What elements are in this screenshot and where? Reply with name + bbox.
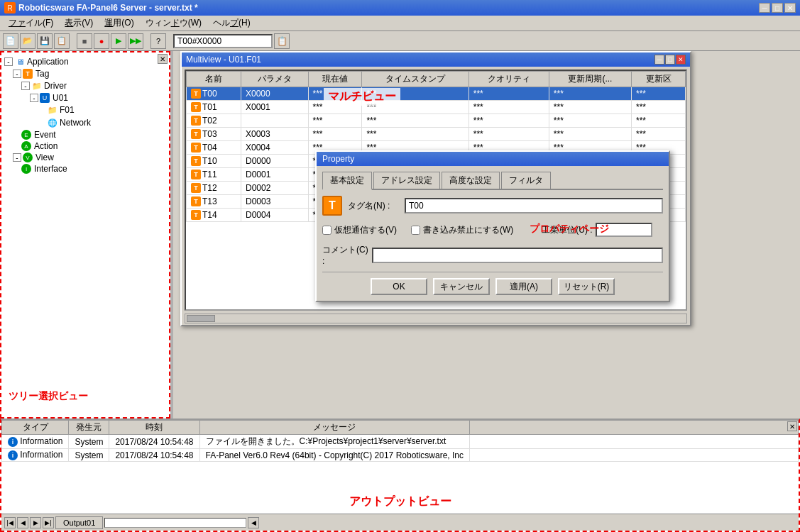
log-cell-message: ファイルを開きました。C:¥Projects¥project1¥server¥s… [199, 435, 470, 449]
tree-item-u01[interactable]: - U U01 [1, 92, 169, 104]
minimize-button[interactable]: ─ [759, 3, 770, 13]
bt-prev[interactable]: ◀ [17, 517, 28, 528]
bt-next[interactable]: ▶ [30, 517, 41, 528]
multiview-scrollbar[interactable] [185, 314, 687, 323]
tag-name-input[interactable] [405, 198, 663, 214]
tag-input[interactable] [173, 34, 273, 48]
prop-tab-filter[interactable]: フィルタ [501, 172, 551, 189]
tag-t-icon: T [191, 196, 201, 206]
expand-application[interactable]: - [4, 57, 13, 66]
tag-t-icon: T [191, 102, 201, 112]
mv-cell-name: T T04 [187, 141, 241, 155]
log-cell-time: 2017/08/24 10:54:48 [109, 435, 199, 449]
row-name: T03 [202, 129, 217, 139]
mv-cell-flag: *** [632, 101, 686, 114]
mv-cell-timestamp: *** [362, 114, 469, 128]
multiview-maximize[interactable]: □ [665, 55, 675, 65]
write-disable-checkbox[interactable] [411, 226, 420, 235]
mv-cell-period: *** [549, 128, 631, 141]
property-title-text: Property [322, 154, 354, 164]
tree-item-network[interactable]: 🌐 Network [1, 116, 169, 129]
cancel-button[interactable]: キャンセル [433, 278, 490, 295]
close-button[interactable]: ✕ [784, 3, 796, 13]
output-tab[interactable]: Output01 [55, 516, 103, 529]
right-area: Multiview - U01.F01 ─ □ ✕ 名前 パラメタ 現在 [173, 51, 800, 419]
menu-operate[interactable]: 運用(O) [99, 16, 139, 31]
toolbar-unknown1[interactable]: 📋 [54, 33, 70, 49]
apply-button[interactable]: 適用(A) [495, 278, 552, 295]
menu-bar: ファイル(F) 表示(V) 運用(O) ウィンドウ(W) ヘルプ(H) [0, 16, 800, 31]
toolbar-fastplay[interactable]: ▶▶ [128, 33, 143, 49]
menu-help[interactable]: ヘルプ(H) [207, 16, 256, 31]
mv-cell-flag: *** [632, 114, 686, 128]
bt-scroll-left[interactable]: ◀ [248, 517, 259, 528]
comment-input[interactable] [372, 248, 663, 263]
mv-table-row[interactable]: T T00 X0000 *** *** *** *** *** [187, 87, 686, 101]
mv-cell-name: T T02 [187, 114, 241, 128]
menu-view[interactable]: 表示(V) [59, 16, 99, 31]
col-timestamp: タイムスタンプ [362, 72, 469, 87]
ok-button[interactable]: OK [371, 278, 427, 295]
toolbar-open[interactable]: 📂 [20, 33, 35, 49]
tree-label-u01: U01 [53, 93, 68, 103]
menu-window[interactable]: ウィンドウ(W) [140, 16, 207, 31]
property-page-label: プロパティページ [530, 223, 609, 235]
bottom-toolbar: |◀ ◀ ▶ ▶| Output01 ◀ [1, 514, 799, 531]
menu-file[interactable]: ファイル(F) [3, 16, 59, 31]
virtual-comm-checkbox[interactable] [322, 226, 331, 235]
mv-cell-period: *** [549, 87, 631, 101]
toolbar-copy[interactable]: 📋 [274, 33, 290, 49]
row-name: T12 [202, 183, 217, 193]
maximize-button[interactable]: □ [772, 3, 783, 13]
toolbar-record[interactable]: ● [94, 33, 109, 49]
tree-label-driver: Driver [44, 81, 67, 91]
scrollbar-thumb[interactable] [187, 315, 215, 322]
tree-item-event[interactable]: E Event [1, 129, 169, 140]
multiview-minimize[interactable]: ─ [654, 55, 664, 65]
tree-item-f01[interactable]: 📁 F01 [1, 104, 169, 116]
tree-item-tag[interactable]: - T Tag [1, 68, 169, 79]
tree-item-interface[interactable]: I Interface [1, 163, 169, 174]
expand-view[interactable]: - [13, 153, 21, 162]
tag-name-row: T タグ名(N) : [322, 196, 663, 216]
log-cell-source: System [69, 435, 109, 449]
main-area: ✕ - 🖥 Application - T Tag - 📁 Driver [0, 51, 800, 532]
bt-first[interactable]: |◀ [4, 517, 16, 528]
toolbar-new[interactable]: 📄 [3, 33, 18, 49]
row-name: T13 [202, 196, 217, 206]
tree-item-application[interactable]: - 🖥 Application [1, 55, 169, 68]
tree-item-action[interactable]: A Action [1, 140, 169, 152]
reset-button[interactable]: リセット(R) [558, 278, 615, 295]
left-panel-close[interactable]: ✕ [158, 54, 168, 64]
mv-cell-param: D0004 [241, 209, 308, 222]
prop-tab-basic[interactable]: 基本設定 [322, 172, 372, 190]
log-table-row: i Information System 2017/08/24 10:54:48… [2, 449, 799, 462]
toolbar-stop[interactable]: ■ [77, 33, 92, 49]
title-bar: R Roboticsware FA-Panel6 Server - server… [0, 0, 800, 16]
left-panel: ✕ - 🖥 Application - T Tag - 📁 Driver [0, 51, 170, 419]
window-title: Roboticsware FA-Panel6 Server - server.t… [18, 3, 198, 13]
log-col-time: 時刻 [109, 421, 199, 435]
expand-driver[interactable]: - [21, 82, 30, 90]
bottom-panel-close[interactable]: ✕ [787, 421, 797, 431]
tree-item-view[interactable]: - V View [1, 152, 169, 163]
log-col-spacer [470, 421, 799, 435]
tree-view-label: ツリー選択ビュー [9, 390, 88, 403]
mv-table-row[interactable]: T T02 *** *** *** *** *** [187, 114, 686, 128]
mv-cell-quality: *** [469, 101, 549, 114]
bottom-scrollbar[interactable] [104, 518, 246, 528]
mv-table-row[interactable]: T T01 X0001 *** *** *** *** *** [187, 101, 686, 114]
toolbar-save[interactable]: 💾 [37, 33, 53, 49]
app-icon: R [4, 2, 16, 13]
toolbar-play[interactable]: ▶ [111, 33, 126, 49]
multiview-close[interactable]: ✕ [676, 55, 686, 65]
bt-last[interactable]: ▶| [43, 517, 54, 528]
expand-u01[interactable]: - [30, 94, 38, 102]
tree-item-driver[interactable]: - 📁 Driver [1, 79, 169, 92]
tag-t-icon: T [191, 170, 201, 179]
prop-tab-address[interactable]: アドレス設定 [373, 172, 440, 189]
prop-tab-advanced[interactable]: 高度な設定 [442, 172, 500, 189]
expand-tag[interactable]: - [13, 70, 21, 78]
toolbar-help[interactable]: ? [150, 33, 166, 49]
mv-table-row[interactable]: T T03 X0003 *** *** *** *** *** [187, 128, 686, 141]
